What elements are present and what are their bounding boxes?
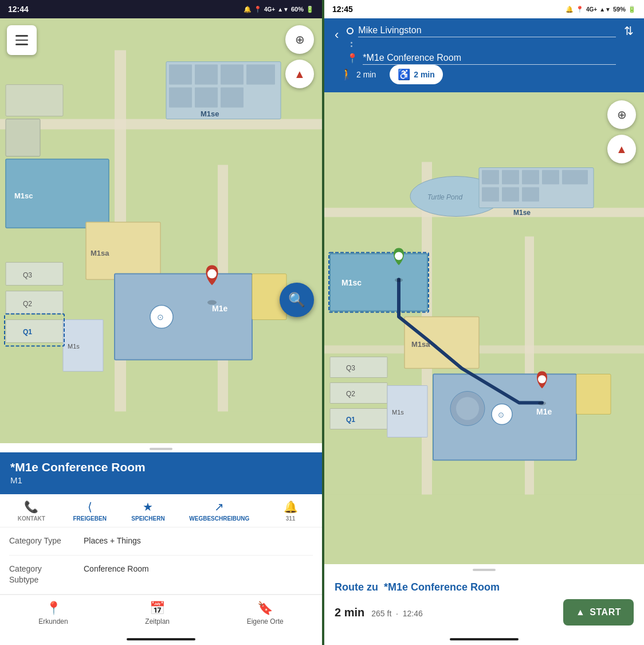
svg-rect-50	[522, 187, 539, 202]
action-freigeben[interactable]: ⟨ FREIGEBEN	[73, 500, 107, 522]
start-button[interactable]: ▲ START	[563, 599, 634, 626]
walk-option[interactable]: 🚶 2 min	[332, 65, 384, 84]
svg-rect-10	[195, 88, 218, 108]
nav-zeitplan[interactable]: 📅 Zeitplan	[145, 601, 170, 626]
svg-point-74	[538, 401, 546, 405]
eigene-orte-label: Eigene Orte	[247, 617, 284, 626]
accessible-option[interactable]: ♿ 2 min	[390, 65, 443, 84]
svg-text:M1sc: M1sc	[341, 278, 362, 287]
left-map: M1se M1sc M1sa ⊙ M1e Q3 Q2 Q1	[0, 18, 322, 443]
svg-text:M1se: M1se	[513, 209, 531, 217]
directions-icon: ↗	[214, 500, 224, 514]
svg-text:⊙: ⊙	[498, 411, 504, 419]
svg-rect-45	[522, 170, 539, 185]
right-time: 12:45	[332, 5, 353, 14]
svg-point-32	[207, 300, 217, 305]
svg-rect-39	[324, 346, 644, 354]
direction-header: ‹ 📍	[324, 18, 644, 92]
svg-rect-48	[482, 187, 499, 202]
wegbeschreibung-label: WEGBESCHRE­IBUNG	[189, 515, 249, 522]
location-header: *M1e Conference Room M1	[0, 452, 322, 494]
erkunden-label: Erkunden	[38, 617, 68, 626]
category-type-key: Category Type	[9, 535, 84, 547]
svg-point-72	[395, 278, 403, 282]
info-table: Category Type Places + Things CategorySu…	[0, 527, 322, 595]
map-controls-right: ⊕ ▲	[285, 25, 314, 88]
action-speichern[interactable]: ★ SPEICHERN	[131, 500, 165, 522]
route-distance: 265 ft	[371, 609, 391, 618]
nav-erkunden[interactable]: 📍 Erkunden	[38, 601, 68, 626]
svg-text:M1sc: M1sc	[14, 191, 33, 200]
svg-rect-64	[330, 357, 387, 378]
origin-circle-icon	[347, 28, 354, 34]
right-status-icons: 🔔 📍 4G+ ▲▼ 59% 🔋	[566, 6, 636, 13]
category-type-val: Places + Things	[84, 535, 141, 547]
svg-text:Q1: Q1	[23, 328, 32, 336]
right-bottom-card: Route zu *M1e Conference Room 2 min 265 …	[324, 564, 644, 645]
route-time: 2 min	[335, 606, 364, 619]
svg-text:Turtle Pond: Turtle Pond	[427, 193, 462, 201]
svg-rect-24	[6, 263, 63, 286]
action-311[interactable]: 🔔 311	[273, 500, 308, 522]
right-status-bar: 12:45 🔔 📍 4G+ ▲▼ 59% 🔋	[324, 0, 644, 18]
svg-rect-11	[221, 88, 244, 108]
compass-button[interactable]: ⊕	[285, 25, 314, 54]
svg-rect-47	[562, 170, 588, 185]
svg-point-59	[456, 397, 479, 420]
category-subtype-val: Conference Room	[84, 564, 149, 575]
origin-input[interactable]	[358, 24, 616, 37]
kontakt-label: KONTAKT	[18, 515, 45, 522]
svg-text:⊙: ⊙	[157, 312, 164, 322]
info-row-category-type: Category Type Places + Things	[9, 527, 313, 556]
destination-pin-icon: 📍	[347, 53, 358, 64]
svg-rect-7	[221, 65, 244, 85]
svg-text:Q2: Q2	[346, 390, 355, 398]
accessible-icon: ♿	[398, 68, 410, 81]
accessible-time: 2 min	[414, 70, 435, 79]
route-prefix: Route zu	[335, 581, 378, 593]
route-detail: 265 ft · 12:46	[371, 609, 423, 618]
action-wegbeschreibung[interactable]: ↗ WEGBESCHRE­IBUNG	[189, 500, 249, 522]
search-fab-button[interactable]: 🔍	[280, 283, 314, 317]
erkunden-icon: 📍	[46, 601, 61, 616]
home-indicator-right	[450, 638, 519, 640]
route-dest: *M1e Conference Room	[384, 581, 500, 593]
north-button[interactable]: ▲	[285, 60, 314, 88]
nav-eigene-orte[interactable]: 🔖 Eigene Orte	[247, 601, 284, 626]
route-meta: 2 min 265 ft · 12:46 ▲ START	[335, 599, 634, 626]
travel-options: 🚶 2 min ♿ 2 min	[332, 65, 636, 84]
share-icon: ⟨	[88, 500, 92, 514]
zeitplan-icon: 📅	[150, 601, 165, 616]
left-status-icons: 🔔 📍 4G+ ▲▼ 60% 🔋	[244, 6, 314, 13]
search-fab-icon: 🔍	[288, 292, 305, 308]
location-sub: M1	[10, 475, 312, 485]
svg-text:Q3: Q3	[346, 364, 355, 372]
home-bar-right	[324, 634, 644, 645]
311-label: 311	[286, 515, 296, 522]
svg-text:M1e: M1e	[536, 407, 552, 416]
svg-text:Q1: Q1	[346, 416, 355, 424]
right-north-button[interactable]: ▲	[607, 135, 636, 163]
action-kontakt[interactable]: 📞 KONTAKT	[14, 500, 49, 522]
swap-directions-button[interactable]: ⇅	[622, 24, 636, 38]
svg-text:M1s: M1s	[68, 343, 80, 350]
svg-rect-44	[502, 170, 519, 185]
right-card-handle	[324, 564, 644, 573]
left-bottom-nav: 📍 Erkunden 📅 Zeitplan 🔖 Eigene Orte	[0, 595, 322, 634]
left-bottom-card: *M1e Conference Room M1 📞 KONTAKT ⟨ FREI…	[0, 443, 322, 645]
left-status-bar: 12:44 🔔 📍 4G+ ▲▼ 60% 🔋	[0, 0, 322, 18]
svg-point-73	[395, 252, 403, 260]
right-compass-button[interactable]: ⊕	[607, 100, 636, 129]
svg-text:M1e: M1e	[212, 304, 227, 313]
svg-rect-68	[330, 409, 387, 429]
right-map-controls: ⊕ ▲	[607, 100, 636, 163]
svg-rect-26	[6, 291, 63, 314]
svg-rect-1	[0, 119, 322, 130]
svg-rect-66	[330, 383, 387, 404]
info-row-category-subtype: CategorySubtype Conference Room	[9, 556, 313, 594]
destination-input[interactable]	[363, 52, 616, 65]
back-button[interactable]: ‹	[332, 26, 341, 44]
hamburger-button[interactable]	[7, 25, 37, 55]
eigene-orte-icon: 🔖	[257, 601, 273, 616]
star-icon: ★	[143, 500, 153, 514]
